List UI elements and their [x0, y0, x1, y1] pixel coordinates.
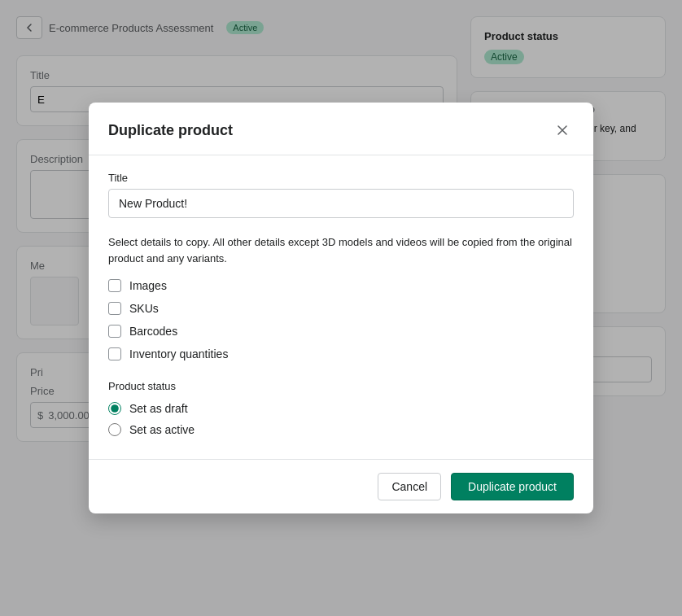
checkbox-inventory-label: Inventory quantities — [129, 347, 228, 360]
modal-title: Duplicate product — [108, 122, 233, 139]
checkbox-images[interactable]: Images — [108, 279, 574, 292]
radio-active[interactable]: Set as active — [108, 423, 574, 436]
close-icon — [554, 122, 571, 138]
checkbox-barcodes-input[interactable] — [108, 325, 121, 338]
checkbox-inventory[interactable]: Inventory quantities — [108, 347, 574, 360]
checkbox-inventory-input[interactable] — [108, 347, 121, 360]
modal-title-input[interactable] — [108, 189, 574, 218]
radio-active-label: Set as active — [129, 423, 195, 436]
cancel-button[interactable]: Cancel — [378, 473, 441, 500]
title-field-group: Title — [108, 172, 574, 218]
radio-group: Set as draft Set as active — [108, 402, 574, 436]
modal-header: Duplicate product — [89, 103, 593, 155]
checkbox-skus-label: SKUs — [129, 302, 159, 315]
checkbox-barcodes[interactable]: Barcodes — [108, 325, 574, 338]
checkbox-images-label: Images — [129, 279, 167, 292]
duplicate-button[interactable]: Duplicate product — [451, 473, 574, 500]
product-status-section: Product status Set as draft Set as activ… — [108, 380, 574, 436]
checkbox-group: Images SKUs Barcodes Inventory quantitie… — [108, 279, 574, 360]
checkbox-skus-input[interactable] — [108, 302, 121, 315]
radio-draft-input[interactable] — [108, 402, 121, 415]
radio-active-input[interactable] — [108, 423, 121, 436]
copy-details-text: Select details to copy. All other detail… — [108, 234, 574, 266]
modal-body: Title Select details to copy. All other … — [89, 155, 593, 459]
title-field-label: Title — [108, 172, 574, 184]
duplicate-product-modal: Duplicate product Title Select details t… — [89, 103, 593, 513]
product-status-section-label: Product status — [108, 380, 574, 392]
modal-close-button[interactable] — [551, 119, 574, 142]
modal-footer: Cancel Duplicate product — [89, 459, 593, 513]
radio-draft-label: Set as draft — [129, 402, 188, 415]
checkbox-images-input[interactable] — [108, 279, 121, 292]
checkbox-skus[interactable]: SKUs — [108, 302, 574, 315]
checkbox-barcodes-label: Barcodes — [129, 325, 177, 338]
modal-overlay: Duplicate product Title Select details t… — [0, 0, 682, 616]
radio-draft[interactable]: Set as draft — [108, 402, 574, 415]
